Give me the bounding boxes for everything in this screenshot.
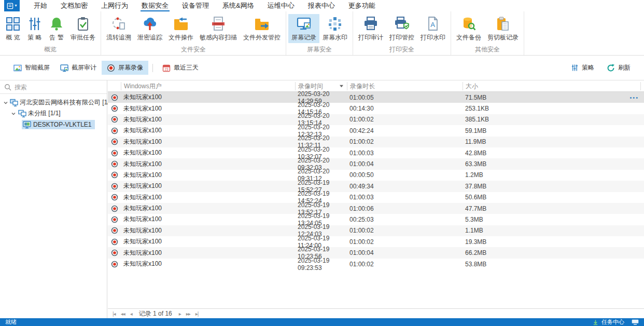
menu-item-3[interactable]: 数据安全: [135, 0, 175, 11]
pager-prev-page-button[interactable]: ◂◂: [118, 311, 128, 317]
column-header-duration[interactable]: 录像时长: [347, 82, 463, 90]
menu-item-0[interactable]: 开始: [27, 0, 54, 11]
column-header-windows-user[interactable]: Windows用户: [121, 82, 295, 90]
search-input[interactable]: [15, 84, 103, 91]
sort-desc-icon: [339, 84, 344, 88]
ribbon-item-label: 流转追溯: [106, 33, 131, 42]
table-row[interactable]: 未知玩家x100 2025-03-20 10:32:07 01:00:03 42…: [108, 147, 644, 158]
pager-next-button[interactable]: ▸: [176, 311, 184, 317]
cell-duration: 01:00:02: [347, 261, 463, 268]
screen-recording-button[interactable]: 屏幕录像: [102, 61, 148, 75]
table-row[interactable]: 未知玩家x100 2025-03-20 12:32:13 00:42:24 59…: [108, 125, 644, 136]
table-row[interactable]: 未知玩家x100 2025-03-19 12:24:03 01:00:02 1.…: [108, 225, 644, 236]
ribbon-item-screen-watermark[interactable]: 屏幕水印: [319, 14, 351, 43]
column-header-icon[interactable]: [108, 82, 121, 90]
ribbon-item-print-audit[interactable]: 打印审计: [355, 14, 386, 43]
table-row[interactable]: 未知玩家x100 2025-03-20 14:15:16 00:14:30 25…: [108, 103, 644, 114]
table-row[interactable]: 未知玩家x100 2025-03-19 14:52:24 01:00:03 50…: [108, 192, 644, 203]
pager-prev-button[interactable]: ◂: [128, 311, 135, 317]
ribbon-item-alert[interactable]: 告 警: [46, 14, 67, 43]
menu-item-6[interactable]: 运维中心: [261, 0, 301, 11]
table-row[interactable]: 未知玩家x100 2025-03-20 14:29:59 01:00:05 71…: [108, 92, 644, 103]
menu-item-2[interactable]: 上网行为: [94, 0, 135, 11]
cell-size: 1.2MB: [463, 171, 626, 179]
menu-item-7[interactable]: 报表中心: [301, 0, 342, 11]
ribbon-item-circulation-trace[interactable]: 流转追溯: [103, 14, 134, 43]
ribbon-item-label: 泄密追踪: [137, 33, 162, 42]
ribbon-item-file-backup[interactable]: 文件备份: [453, 14, 484, 43]
ribbon-item-file-outgoing-control[interactable]: 文件外发管控: [240, 14, 284, 43]
table-row[interactable]: 未知玩家x100 2025-03-19 15:52:27 00:49:34 37…: [108, 181, 644, 192]
screen-watermark-icon: [327, 16, 343, 32]
row-actions-icon[interactable]: •••: [626, 94, 644, 101]
refresh-button[interactable]: 刷新: [601, 61, 636, 75]
menu-item-4[interactable]: 设备管理: [175, 0, 216, 11]
pager-last-button[interactable]: ▸|: [193, 311, 201, 317]
app-menu-button[interactable]: ▾: [4, 0, 20, 11]
monitor-icon[interactable]: [632, 319, 639, 325]
column-header-size[interactable]: 大小: [463, 82, 640, 90]
ribbon-item-overview[interactable]: 概 览: [2, 14, 24, 43]
ribbon-item-file-operation[interactable]: 文件操作: [165, 14, 197, 43]
ribbon-item-label: 剪切板记录: [487, 33, 519, 42]
table-header: Windows用户 录像时间 录像时长 大小: [108, 80, 644, 92]
table-row[interactable]: 未知玩家x100 2025-03-19 13:24:05 00:25:03 5.…: [108, 214, 644, 225]
tree-node-selected[interactable]: DESKTOP-VLKTLE1: [22, 120, 95, 129]
ribbon-item-leak-trace[interactable]: 泄密追踪: [134, 14, 165, 43]
menu-item-5[interactable]: 系统&网络: [216, 0, 261, 11]
circulation-trace-icon: [111, 16, 127, 32]
table-row[interactable]: 未知玩家x100 2025-03-20 11:32:11 01:00:02 11…: [108, 137, 644, 147]
table-row[interactable]: 未知玩家x100 2025-03-20 09:31:12 00:00:50 1.…: [108, 170, 644, 181]
ribbon-item-print-watermark[interactable]: A 打印水印: [417, 14, 449, 43]
task-center-button[interactable]: 任务中心: [593, 318, 644, 326]
tree-node-computer[interactable]: DESKTOP-VLKTLE1: [0, 119, 107, 130]
ribbon-item-sensitive-scan[interactable]: 敏感内容扫描: [197, 14, 240, 43]
status-text: 就绪: [0, 318, 17, 326]
table-row[interactable]: 未知玩家x100 2025-03-19 10:23:56 01:00:04 66…: [108, 247, 644, 258]
smart-screenshot-button[interactable]: 智能截屏: [8, 61, 55, 75]
table-row[interactable]: 未知玩家x100 2025-03-19 13:52:17 01:00:06 47…: [108, 203, 644, 214]
menu-item-8[interactable]: 更多功能: [342, 0, 382, 11]
cell-duration: 00:49:34: [347, 183, 463, 190]
toolbar-button-label: 智能截屏: [25, 63, 50, 72]
cell-windows-user: 未知玩家x100: [121, 126, 295, 135]
record-icon: [108, 138, 121, 145]
chevron-down-icon[interactable]: [3, 100, 8, 105]
table-row[interactable]: 未知玩家x100 2025-03-20 09:32:03 01:00:04 63…: [108, 158, 644, 169]
pager-first-button[interactable]: |◂: [110, 311, 118, 317]
policy-button[interactable]: 策略: [566, 61, 599, 75]
policy-sliders-icon: [27, 16, 43, 32]
ribbon-item-clipboard-record[interactable]: 剪切板记录: [484, 14, 522, 43]
record-icon: [108, 194, 121, 201]
table-row[interactable]: 未知玩家x100 2025-03-19 09:23:53 01:00:02 53…: [108, 259, 644, 269]
tree-node-label: 未分组 [1/1]: [28, 109, 61, 118]
chevron-down-icon: ▾: [15, 4, 17, 8]
cell-duration: 00:25:03: [347, 216, 463, 223]
ribbon-item-label: 概 览: [6, 33, 20, 42]
ribbon-item-approval-tasks[interactable]: 审批任务: [67, 14, 99, 43]
tree-node-ungrouped[interactable]: 未分组 [1/1]: [0, 108, 107, 119]
cell-windows-user: 未知玩家x100: [121, 215, 295, 224]
ribbon-item-screen-record[interactable]: 屏幕记录: [288, 14, 319, 43]
chevron-down-icon[interactable]: [10, 111, 17, 116]
last-three-days-button[interactable]: 23 最近三天: [157, 61, 204, 75]
menu-item-1[interactable]: 文档加密: [54, 0, 94, 11]
pager-next-page-button[interactable]: ▸▸: [184, 311, 193, 317]
search-icon: [4, 84, 11, 91]
table-row[interactable]: 未知玩家x100 2025-03-19 11:24:00 01:00:02 19…: [108, 236, 644, 247]
ribbon-item-label: 打印管控: [389, 33, 414, 42]
record-icon: [108, 227, 121, 234]
screenshot-audit-button[interactable]: 截屏审计: [55, 61, 102, 75]
download-icon: [593, 319, 598, 325]
ribbon-item-print-control[interactable]: 打印管控: [386, 14, 417, 43]
column-header-record-time[interactable]: 录像时间: [295, 82, 347, 90]
tree-node-label: DESKTOP-VLKTLE1: [33, 121, 92, 128]
cell-size: 50.6MB: [463, 194, 626, 201]
toolbar-button-label: 策略: [582, 63, 594, 72]
table-row[interactable]: 未知玩家x100 2025-03-20 13:15:14 01:00:02 38…: [108, 114, 644, 125]
record-icon: [108, 249, 121, 256]
tree-node-company[interactable]: 河北安固云网络科技有限公司 [1/1]: [0, 97, 107, 108]
cell-size: 42.8MB: [463, 150, 626, 157]
ribbon-item-policy[interactable]: 策 略: [24, 14, 46, 43]
cell-size: 253.1KB: [463, 105, 626, 112]
